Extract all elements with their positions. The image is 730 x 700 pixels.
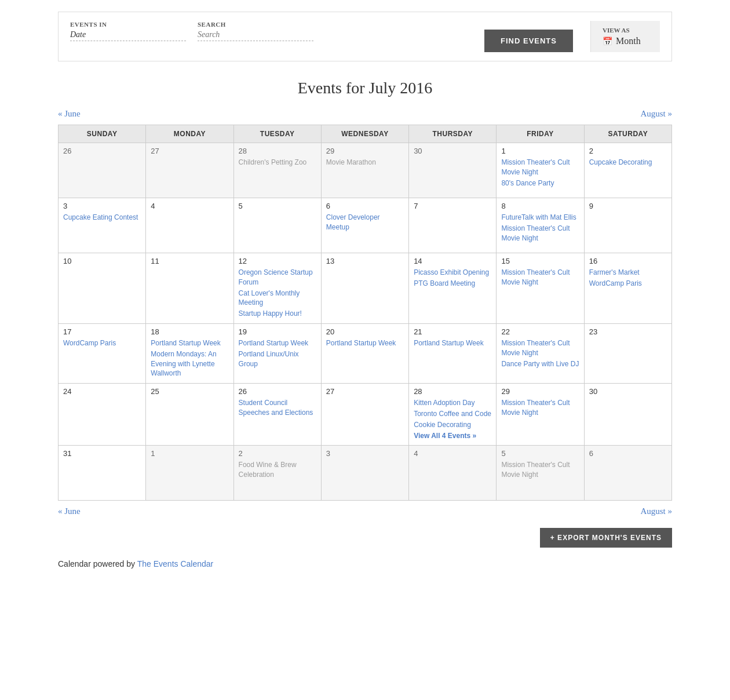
event-link[interactable]: Mission Theater's Cult Movie Night	[501, 460, 579, 480]
event-link[interactable]: Portland Startup Week	[326, 338, 404, 348]
event-link[interactable]: Portland Startup Week	[239, 338, 316, 348]
cell-date: 18	[151, 327, 228, 336]
calendar-cell: 3	[321, 446, 408, 501]
cell-date: 30	[589, 387, 667, 396]
event-link[interactable]: Student Council Speeches and Elections	[239, 398, 316, 418]
event-link[interactable]: View All 4 Events »	[414, 431, 491, 441]
cell-date: 30	[414, 147, 491, 155]
event-link[interactable]: Portland Linux/Unix Group	[239, 349, 316, 369]
calendar-cell: 27	[146, 143, 233, 198]
next-month-link[interactable]: August »	[640, 109, 672, 119]
calendar-cell: 9	[584, 198, 671, 253]
cell-date: 12	[239, 257, 316, 265]
calendar-cell: 29Mission Theater's Cult Movie Night	[497, 384, 584, 446]
event-link[interactable]: Portland Startup Week	[414, 338, 491, 348]
calendar-cell: 24	[59, 384, 146, 446]
event-link[interactable]: 80's Dance Party	[501, 178, 579, 188]
event-link[interactable]: Farmer's Market	[589, 268, 667, 278]
view-as-section: VIEW AS 📅 Month	[590, 21, 660, 52]
calendar-cell: 12Oregon Science Startup ForumCat Lover'…	[233, 253, 321, 324]
calendar-cell: 4	[146, 198, 233, 253]
calendar-cell: 17WordCamp Paris	[59, 323, 146, 383]
calendar-cell: 2Cupcake Decorating	[584, 143, 671, 198]
calendar-cell: 18Portland Startup WeekModern Mondays: A…	[146, 323, 233, 383]
calendar-cell: 3Cupcake Eating Contest	[59, 198, 146, 253]
event-link[interactable]: Dance Party with Live DJ	[501, 359, 579, 369]
event-link[interactable]: Cookie Decorating	[414, 420, 491, 430]
cell-date: 24	[63, 387, 141, 396]
cell-date: 5	[501, 449, 579, 458]
cell-date: 29	[501, 387, 579, 396]
calendar-header-saturday: SATURDAY	[584, 125, 671, 143]
calendar-cell: 20Portland Startup Week	[321, 323, 408, 383]
event-link[interactable]: PTG Board Meeting	[414, 279, 491, 289]
cell-date: 31	[63, 449, 141, 458]
event-link[interactable]: Food Wine & Brew Celebration	[239, 460, 316, 480]
cell-date: 3	[63, 202, 141, 210]
calendar-week-0: 262728Children's Petting Zoo29Movie Mara…	[59, 143, 672, 198]
calendar-cell: 1Mission Theater's Cult Movie Night80's …	[497, 143, 584, 198]
calendar-header-tuesday: TUESDAY	[233, 125, 321, 143]
prev-month-link-bottom[interactable]: « June	[58, 506, 81, 516]
event-link[interactable]: Startup Happy Hour!	[239, 309, 316, 319]
cell-date: 1	[151, 449, 228, 458]
event-link[interactable]: Toronto Coffee and Code	[414, 409, 491, 419]
event-link[interactable]: Mission Theater's Cult Movie Night	[501, 224, 579, 243]
calendar-header-sunday: SUNDAY	[59, 125, 146, 143]
cell-date: 22	[501, 327, 579, 336]
cell-date: 29	[326, 147, 404, 155]
event-link[interactable]: WordCamp Paris	[63, 338, 141, 348]
event-link[interactable]: FutureTalk with Mat Ellis	[501, 213, 579, 223]
event-link[interactable]: Cat Lover's Monthly Meeting	[239, 289, 316, 308]
find-events-button[interactable]: FIND EVENTS	[484, 30, 573, 52]
cell-date: 5	[239, 202, 316, 210]
calendar-nav-bottom: « June August »	[58, 506, 672, 516]
prev-month-link[interactable]: « June	[58, 109, 81, 119]
event-link[interactable]: Mission Theater's Cult Movie Night	[501, 338, 579, 358]
calendar-cell: 27	[321, 384, 408, 446]
event-link[interactable]: Cupcake Decorating	[589, 158, 667, 167]
calendar-cell: 26	[59, 143, 146, 198]
search-input[interactable]	[198, 30, 313, 41]
event-link[interactable]: Cupcake Eating Contest	[63, 213, 141, 223]
view-as-mode: Month	[616, 36, 641, 46]
calendar-header-thursday: THURSDAY	[409, 125, 497, 143]
calendar-cell: 7	[409, 198, 497, 253]
calendar-cell: 30	[409, 143, 497, 198]
calendar-cell: 22Mission Theater's Cult Movie NightDanc…	[497, 323, 584, 383]
events-in-section: EVENTS IN	[70, 21, 186, 41]
event-link[interactable]: Children's Petting Zoo	[239, 158, 316, 167]
cell-date: 3	[326, 449, 404, 458]
event-link[interactable]: Mission Theater's Cult Movie Night	[501, 268, 579, 287]
cell-date: 25	[151, 387, 228, 396]
powered-by-link[interactable]: The Events Calendar	[137, 559, 214, 568]
calendar-icon: 📅	[603, 37, 612, 46]
calendar-week-4: 242526Student Council Speeches and Elect…	[59, 384, 672, 446]
event-link[interactable]: Mission Theater's Cult Movie Night	[501, 398, 579, 418]
event-link[interactable]: WordCamp Paris	[589, 279, 667, 289]
event-link[interactable]: Portland Startup Week	[151, 338, 228, 348]
event-link[interactable]: Kitten Adoption Day	[414, 398, 491, 408]
event-link[interactable]: Clover Developer Meetup	[326, 213, 404, 232]
event-link[interactable]: Movie Marathon	[326, 158, 404, 167]
calendar-cell: 10	[59, 253, 146, 324]
events-in-input[interactable]	[70, 30, 186, 41]
calendar-cell: 6Clover Developer Meetup	[321, 198, 408, 253]
cell-date: 26	[63, 147, 141, 155]
calendar-header-wednesday: WEDNESDAY	[321, 125, 408, 143]
calendar-cell: 21Portland Startup Week	[409, 323, 497, 383]
event-link[interactable]: Mission Theater's Cult Movie Night	[501, 158, 579, 177]
event-link[interactable]: Oregon Science Startup Forum	[239, 268, 316, 287]
cell-date: 4	[151, 202, 228, 210]
calendar-cell: 23	[584, 323, 671, 383]
event-link[interactable]: Picasso Exhibit Opening	[414, 268, 491, 278]
cell-date: 15	[501, 257, 579, 265]
cell-date: 2	[589, 147, 667, 155]
view-as-value[interactable]: 📅 Month	[603, 36, 641, 46]
export-button[interactable]: + EXPORT MONTH'S EVENTS	[540, 528, 672, 548]
next-month-link-bottom[interactable]: August »	[640, 506, 672, 516]
event-link[interactable]: Modern Mondays: An Evening with Lynette …	[151, 349, 228, 378]
cell-date: 23	[589, 327, 667, 336]
page-title: Events for July 2016	[58, 79, 672, 97]
calendar-cell: 16Farmer's MarketWordCamp Paris	[584, 253, 671, 324]
